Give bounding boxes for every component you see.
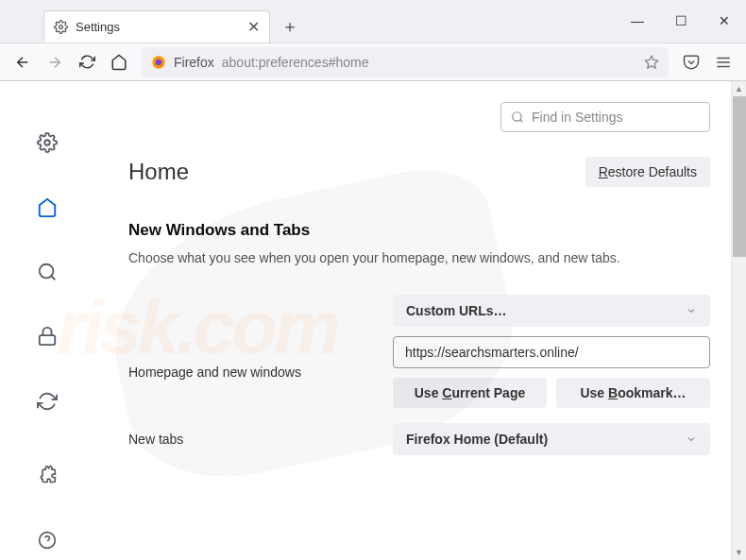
svg-point-7 [44, 140, 50, 145]
search-icon [511, 110, 524, 124]
bookmark-star-icon[interactable] [644, 55, 659, 70]
back-button[interactable] [8, 47, 38, 77]
puzzle-icon [38, 466, 57, 484]
svg-point-2 [156, 59, 162, 65]
settings-sidebar [0, 81, 94, 560]
maximize-button[interactable]: ☐ [659, 0, 703, 42]
use-bookmark-button[interactable]: Use Bookmark… [556, 378, 710, 408]
homepage-label: Homepage and new windows [128, 365, 393, 380]
browser-tab-settings[interactable]: Settings ✕ [43, 10, 270, 42]
sync-icon [37, 391, 58, 412]
url-identity-label: Firefox [174, 55, 214, 70]
restore-defaults-button[interactable]: Restore Defaults [585, 157, 710, 187]
pocket-button[interactable] [676, 47, 706, 77]
chevron-down-icon [686, 433, 697, 445]
svg-point-8 [40, 264, 54, 279]
minimize-button[interactable]: — [616, 0, 659, 42]
section-heading: New Windows and Tabs [128, 221, 710, 240]
scrollbar-thumb[interactable] [733, 96, 746, 257]
homepage-url-input[interactable] [393, 336, 710, 368]
search-icon [37, 262, 58, 282]
sidebar-item-sync[interactable] [26, 382, 68, 421]
sidebar-item-search[interactable] [26, 252, 68, 292]
sidebar-item-extensions[interactable] [26, 455, 68, 495]
firefox-icon [151, 55, 166, 70]
section-description: Choose what you see when you open your h… [128, 249, 710, 268]
sidebar-item-home[interactable] [26, 187, 68, 227]
page-title: Home [128, 159, 189, 185]
tab-title: Settings [76, 20, 120, 34]
svg-marker-3 [645, 56, 657, 68]
svg-point-13 [513, 112, 521, 121]
scroll-down-arrow[interactable]: ▼ [732, 545, 746, 560]
use-current-page-button[interactable]: Use Current Page [393, 378, 547, 408]
reload-button[interactable] [72, 47, 102, 77]
select-value: Firefox Home (Default) [406, 432, 548, 447]
help-icon [38, 531, 57, 550]
find-in-settings-input[interactable]: Find in Settings [500, 102, 710, 132]
browser-toolbar: Firefox about:preferences#home [0, 43, 746, 81]
sidebar-item-general[interactable] [26, 123, 68, 162]
search-placeholder: Find in Settings [532, 110, 623, 125]
menu-button[interactable] [708, 47, 738, 77]
new-tabs-label: New tabs [128, 432, 393, 447]
home-icon [37, 197, 58, 218]
gear-icon [54, 20, 68, 34]
new-tab-button[interactable]: ＋ [276, 12, 304, 41]
close-tab-icon[interactable]: ✕ [247, 18, 260, 36]
svg-line-9 [51, 276, 55, 280]
svg-rect-10 [40, 336, 56, 346]
url-bar[interactable]: Firefox about:preferences#home [142, 47, 669, 77]
scroll-up-arrow[interactable]: ▲ [732, 81, 746, 96]
select-value: Custom URLs… [406, 303, 507, 318]
url-path: about:preferences#home [222, 55, 369, 70]
window-close-button[interactable]: ✕ [703, 0, 746, 42]
chevron-down-icon [686, 305, 697, 316]
svg-point-0 [59, 25, 63, 29]
new-tabs-select[interactable]: Firefox Home (Default) [393, 423, 710, 455]
homepage-mode-select[interactable]: Custom URLs… [393, 295, 710, 327]
scrollbar[interactable]: ▲ ▼ [731, 81, 746, 560]
title-bar: Settings ✕ ＋ — ☐ ✕ [0, 0, 746, 43]
lock-icon [37, 326, 58, 347]
sidebar-item-privacy[interactable] [26, 316, 68, 356]
svg-line-14 [520, 120, 523, 123]
forward-button[interactable] [40, 47, 70, 77]
gear-icon [37, 132, 58, 153]
settings-pane: Find in Settings Home Restore Defaults N… [94, 81, 731, 560]
home-button[interactable] [104, 47, 134, 77]
sidebar-item-help[interactable] [26, 520, 68, 560]
